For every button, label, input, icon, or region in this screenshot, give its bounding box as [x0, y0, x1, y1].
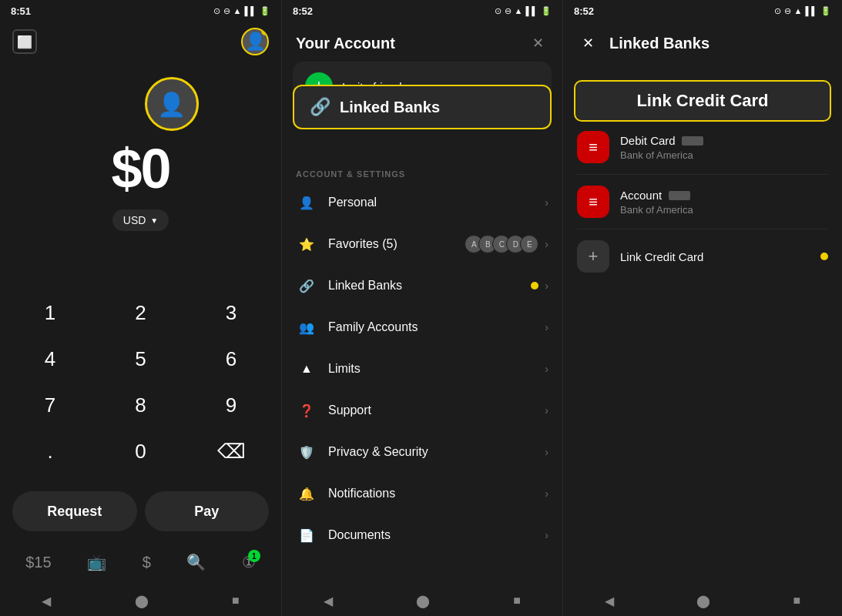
key-6[interactable]: 6 [196, 337, 266, 380]
account-bank-name: Bank of America [620, 204, 828, 216]
key-8[interactable]: 8 [106, 383, 176, 427]
status-bar-account: 8:52 ⊙ ⊖ ▲ ▌▌ 🔋 [282, 0, 562, 22]
back-button-home[interactable]: ◀ [42, 594, 51, 608]
notifications-chevron: › [545, 487, 548, 500]
time-account: 8:52 [293, 5, 313, 17]
menu-item-limits[interactable]: ▲ Limits › [282, 348, 562, 390]
dropdown-arrow: ▼ [150, 216, 158, 225]
nav-activity[interactable]: ① 1 [242, 553, 256, 571]
numpad: 1 2 3 4 5 6 7 8 9 . 0 ⌫ [0, 283, 281, 484]
linked-banks-icon: 🔗 [296, 275, 317, 296]
user-avatar[interactable]: 👤 [241, 28, 269, 55]
recents-button-account[interactable]: ■ [513, 594, 521, 608]
account-name: Account [620, 189, 828, 203]
numpad-row-2: 4 5 6 [15, 337, 266, 380]
home-button-account[interactable]: ⬤ [416, 594, 430, 608]
family-icon: 👥 [296, 316, 317, 338]
link-card-dot [820, 253, 828, 260]
menu-item-linked-banks[interactable]: 🔗 Linked Banks › [282, 265, 562, 306]
menu-item-notifications[interactable]: 🔔 Notifications › [282, 473, 562, 514]
home-button-home[interactable]: ⬤ [135, 594, 149, 608]
key-4[interactable]: 4 [15, 337, 85, 380]
bank-item-account[interactable]: ≡ Account Bank of America [563, 175, 842, 229]
battery-full-icon: 🔋 [260, 6, 270, 16]
action-buttons: Request Pay [0, 484, 281, 539]
request-button[interactable]: Request [12, 491, 137, 531]
home-panel: 8:51 ⊙ ⊖ ▲ ▌▌ 🔋 ⬜ 👤 [0, 0, 281, 616]
currency-selector[interactable]: USD ▼ [112, 209, 169, 231]
key-9[interactable]: 9 [196, 383, 266, 427]
debit-card-info: Debit Card Bank of America [620, 134, 828, 161]
privacy-chevron: › [545, 446, 548, 458]
personal-chevron: › [545, 196, 548, 209]
privacy-icon: 🛡️ [296, 441, 317, 463]
key-dot[interactable]: . [15, 430, 85, 473]
menu-item-personal[interactable]: 👤 Personal › [282, 182, 562, 223]
menu-item-favorites[interactable]: ⭐ Favorites (5) A B C D E › [282, 223, 562, 265]
pointer-dot-avatar [261, 28, 269, 35]
camera-icon: ⊙ [213, 6, 220, 16]
linked-banks-tooltip-overlay: 🔗 Linked Banks [293, 85, 552, 129]
menu-label-family: Family Accounts [328, 320, 545, 334]
key-0[interactable]: 0 [106, 430, 176, 473]
key-7[interactable]: 7 [15, 383, 85, 427]
recents-button-linked[interactable]: ■ [793, 594, 801, 608]
key-3[interactable]: 3 [196, 291, 266, 334]
close-button[interactable]: ✕ [527, 32, 548, 54]
wifi-icon: ▲ [233, 6, 242, 15]
bank-item-debit[interactable]: ≡ Debit Card Bank of America [563, 120, 842, 174]
linked-header: ✕ Linked Banks [563, 22, 842, 62]
menu-item-privacy[interactable]: 🛡️ Privacy & Security › [282, 431, 562, 473]
documents-chevron: › [545, 529, 548, 541]
key-5[interactable]: 5 [106, 337, 176, 380]
recents-button-home[interactable]: ■ [232, 594, 240, 608]
debit-mask [682, 136, 703, 146]
currency-label: USD [123, 214, 146, 226]
home-button-linked[interactable]: ⬤ [696, 594, 710, 608]
cash-app-logo[interactable]: ⬜ [12, 29, 37, 54]
back-button-linked[interactable]: ✕ [577, 32, 599, 54]
boa-account-logo: ≡ [577, 186, 609, 218]
link-icon: 🔗 [310, 97, 330, 117]
menu-label-linked-banks: Linked Banks [328, 279, 531, 293]
link-credit-card-box: Link Credit Card [574, 80, 831, 122]
linked-banks-chevron: › [545, 280, 548, 292]
family-chevron: › [545, 321, 548, 333]
nav-card[interactable]: 📺 [87, 553, 106, 571]
time-home: 8:51 [11, 5, 31, 17]
nav-balance[interactable]: $15 [25, 554, 51, 571]
favorites-chevron: › [545, 238, 548, 250]
status-bar-linked: 8:52 ⊙ ⊖ ▲ ▌▌ 🔋 [563, 0, 842, 22]
key-backspace[interactable]: ⌫ [196, 430, 266, 473]
pay-button[interactable]: Pay [145, 491, 270, 531]
linked-banks-panel: 8:52 ⊙ ⊖ ▲ ▌▌ 🔋 ✕ Linked Banks Link Cred… [562, 0, 842, 616]
nav-home[interactable]: $ [143, 554, 151, 571]
menu-item-documents[interactable]: 📄 Documents › [282, 514, 562, 556]
menu-item-support[interactable]: ❓ Support › [282, 390, 562, 431]
key-2[interactable]: 2 [106, 291, 176, 334]
dollar-icon: $ [143, 554, 151, 571]
key-1[interactable]: 1 [15, 291, 85, 334]
account-header: Your Account ✕ [282, 22, 562, 62]
back-button-linked-sys[interactable]: ◀ [605, 594, 614, 608]
linked-banks-tooltip-text: Linked Banks [340, 99, 440, 116]
numpad-row-1: 1 2 3 [15, 291, 266, 334]
status-icons-linked: ⊙ ⊖ ▲ ▌▌ 🔋 [774, 6, 831, 16]
linked-header-wrapper: ✕ Linked Banks Link Credit Card [563, 22, 842, 62]
menu-item-family[interactable]: 👥 Family Accounts › [282, 306, 562, 348]
battery-icon: ⊖ [223, 6, 230, 16]
limits-icon: ▲ [296, 358, 317, 380]
system-nav-linked: ◀ ⬤ ■ [563, 585, 842, 616]
status-icons-account: ⊙ ⊖ ▲ ▌▌ 🔋 [495, 6, 552, 16]
bank-item-link-card[interactable]: + Link Credit Card [563, 229, 842, 283]
signal-icon: ▌▌ [244, 6, 257, 15]
time-linked: 8:52 [574, 5, 594, 17]
nav-search[interactable]: 🔍 [186, 553, 206, 571]
system-nav-account: ◀ ⬤ ■ [282, 585, 562, 616]
balance-nav-label: $15 [25, 554, 51, 571]
back-button-account[interactable]: ◀ [324, 594, 333, 608]
status-icons-home: ⊙ ⊖ ▲ ▌▌ 🔋 [213, 6, 270, 16]
debit-card-name: Debit Card [620, 134, 828, 148]
account-info: Account Bank of America [620, 189, 828, 216]
menu-label-favorites: Favorites (5) [328, 237, 465, 251]
